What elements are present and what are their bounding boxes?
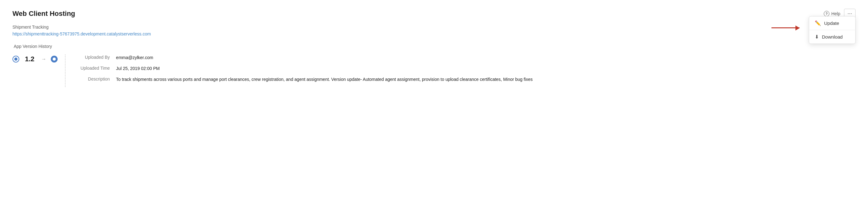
description-row: Description To track shipments across va…	[72, 76, 533, 83]
description-value: To track shipments across various ports …	[116, 76, 533, 83]
section-label: Shipment Tracking	[12, 25, 856, 30]
version-radio-target[interactable]	[51, 56, 58, 63]
more-icon: ···	[847, 10, 852, 17]
arrow-right-icon: →	[41, 56, 46, 62]
header-row: Web Client Hosting ? Help ···	[12, 9, 856, 18]
description-label: Description	[72, 76, 116, 81]
uploaded-by-value: emma@zylker.com	[116, 54, 533, 61]
help-button[interactable]: ? Help	[824, 11, 840, 16]
version-row: 1.2 → Uploaded By emma@zylker.com Upload…	[12, 54, 856, 87]
update-icon: ✏️	[815, 20, 821, 26]
version-radio-selected[interactable]	[12, 56, 19, 63]
dropdown-update-item[interactable]: ✏️ Update	[809, 16, 855, 30]
section-url[interactable]: https://shipmenttracking-57673975.develo…	[12, 31, 856, 36]
radio-inner-dot	[14, 58, 18, 61]
version-history-title: App Version History	[14, 44, 856, 49]
details-section: Uploaded By emma@zylker.com Uploaded Tim…	[72, 54, 533, 87]
uploaded-time-row: Uploaded Time Jul 25, 2019 02:00 PM	[72, 65, 533, 72]
uploaded-time-value: Jul 25, 2019 02:00 PM	[116, 65, 533, 72]
download-icon: ⬇	[815, 34, 819, 40]
page-container: Web Client Hosting ? Help ··· Shipment T…	[0, 0, 868, 223]
dropdown-update-label: Update	[824, 21, 839, 26]
radio-dot-inner	[53, 58, 56, 61]
uploaded-by-label: Uploaded By	[72, 54, 116, 60]
uploaded-time-label: Uploaded Time	[72, 65, 116, 71]
arrow-pointer	[771, 27, 800, 28]
version-number: 1.2	[25, 55, 35, 63]
version-selector: 1.2 →	[12, 54, 58, 63]
help-label: Help	[831, 11, 840, 16]
page-title: Web Client Hosting	[12, 10, 75, 18]
arrow-line	[771, 27, 800, 28]
dropdown-download-label: Download	[822, 34, 843, 39]
help-icon: ?	[824, 11, 829, 16]
dropdown-menu: ✏️ Update ⬇ Download	[809, 16, 856, 44]
uploaded-by-row: Uploaded By emma@zylker.com	[72, 54, 533, 61]
dropdown-download-item[interactable]: ⬇ Download	[809, 30, 855, 43]
